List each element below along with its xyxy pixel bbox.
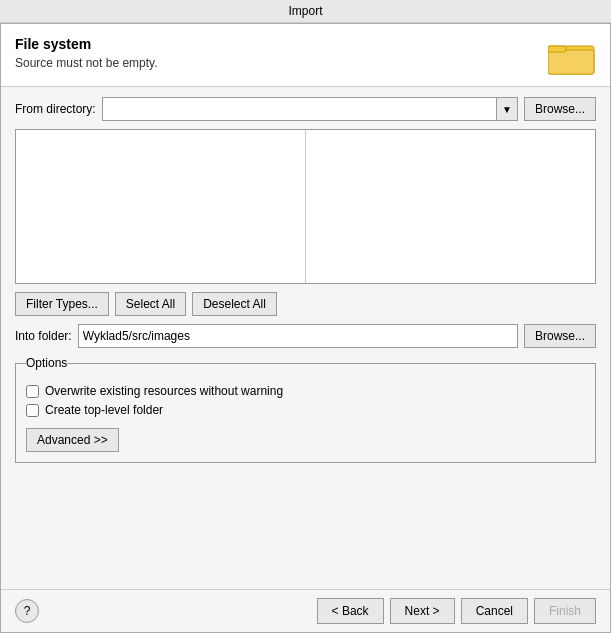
next-button[interactable]: Next > [390,598,455,624]
advanced-button[interactable]: Advanced >> [26,428,119,452]
svg-rect-1 [548,50,594,74]
folder-icon [548,36,596,76]
from-directory-browse-button[interactable]: Browse... [524,97,596,121]
finish-button[interactable]: Finish [534,598,596,624]
select-all-button[interactable]: Select All [115,292,186,316]
into-folder-row: Into folder: Browse... [15,324,596,348]
file-action-buttons-row: Filter Types... Select All Deselect All [15,292,596,316]
help-button[interactable]: ? [15,599,39,623]
back-button[interactable]: < Back [317,598,384,624]
title-bar: Import [0,0,611,23]
dialog-subtitle: Source must not be empty. [15,56,158,70]
from-directory-input[interactable] [102,97,496,121]
dialog-header: File system Source must not be empty. [1,24,610,87]
create-top-level-label[interactable]: Create top-level folder [45,403,163,417]
create-top-level-option-row: Create top-level folder [26,403,585,417]
overwrite-checkbox[interactable] [26,385,39,398]
file-panel-left[interactable] [16,130,306,283]
filter-types-button[interactable]: Filter Types... [15,292,109,316]
deselect-all-button[interactable]: Deselect All [192,292,277,316]
title-bar-label: Import [288,4,322,18]
footer-left: ? [15,599,39,623]
dialog-header-text: File system Source must not be empty. [15,36,158,70]
overwrite-option-row: Overwrite existing resources without war… [26,384,585,398]
from-directory-dropdown-button[interactable]: ▼ [496,97,518,121]
into-folder-input[interactable] [78,324,518,348]
create-top-level-checkbox[interactable] [26,404,39,417]
svg-rect-2 [548,46,566,52]
from-directory-label: From directory: [15,102,96,116]
from-directory-row: From directory: ▼ Browse... [15,97,596,121]
overwrite-label[interactable]: Overwrite existing resources without war… [45,384,283,398]
file-panels [15,129,596,284]
footer-right: < Back Next > Cancel Finish [317,598,596,624]
into-folder-browse-button[interactable]: Browse... [524,324,596,348]
dialog-footer: ? < Back Next > Cancel Finish [1,589,610,632]
dialog-title: File system [15,36,158,52]
dialog: File system Source must not be empty. Fr… [0,23,611,633]
dir-input-group: ▼ [102,97,518,121]
into-folder-label: Into folder: [15,329,72,343]
file-panel-right[interactable] [306,130,595,283]
options-legend: Options [26,356,67,370]
cancel-button[interactable]: Cancel [461,598,528,624]
dialog-body: From directory: ▼ Browse... Filter Types… [1,87,610,589]
options-group: Options Overwrite existing resources wit… [15,356,596,463]
